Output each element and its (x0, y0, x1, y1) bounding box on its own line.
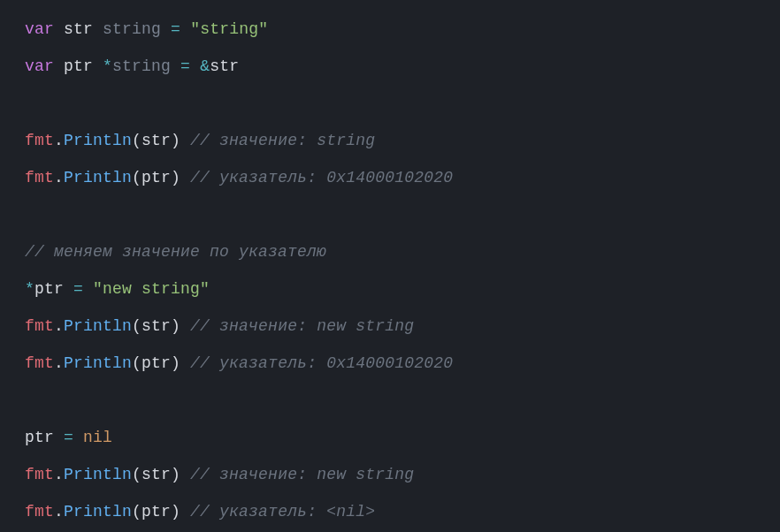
code-token: // меняем значение по указателю (25, 243, 326, 261)
code-line: fmt.Println(str) // значение: new string (25, 308, 755, 345)
code-token: "new string" (93, 280, 210, 298)
code-token: str (141, 466, 171, 483)
code-token: nil (83, 429, 112, 446)
code-token: fmt (25, 317, 54, 335)
code-token: var (25, 20, 54, 38)
code-line: var str string = "string" (25, 11, 755, 48)
code-token: ( (132, 169, 141, 186)
code-token: ( (132, 466, 141, 483)
code-token: . (54, 503, 64, 521)
code-token (190, 57, 200, 75)
code-token: fmt (25, 132, 54, 149)
code-block: var str string = "string"var ptr *string… (25, 11, 755, 530)
code-token (180, 169, 190, 186)
code-token: ptr (141, 503, 171, 521)
code-token: = (73, 280, 83, 298)
code-token: string (103, 20, 161, 38)
code-token: ptr (64, 57, 93, 75)
code-token (93, 57, 103, 75)
code-token: Println (64, 169, 132, 186)
code-line: ptr = nil (25, 419, 755, 456)
code-line (25, 196, 755, 233)
code-token: = (64, 429, 73, 446)
code-line: // меняем значение по указателю (25, 233, 755, 270)
code-line: *ptr = "new string" (25, 270, 755, 308)
code-token: & (200, 57, 210, 75)
code-token: Println (64, 466, 132, 483)
code-token (180, 132, 190, 149)
code-token: // значение: new string (190, 466, 414, 483)
code-token: * (103, 57, 112, 75)
code-token (180, 503, 190, 521)
code-token: ptr (141, 354, 171, 372)
code-token: ptr (25, 429, 54, 446)
code-token: // указатель: 0x14000102020 (190, 169, 453, 186)
code-token: ( (132, 354, 141, 372)
code-token: ) (171, 132, 180, 149)
code-token (83, 280, 93, 298)
code-token: // значение: new string (190, 317, 414, 335)
code-line (25, 382, 755, 419)
code-token: Println (64, 132, 132, 149)
code-token: "string" (190, 20, 268, 38)
code-token: fmt (25, 503, 54, 521)
code-line (25, 85, 755, 122)
code-token (54, 429, 64, 446)
code-token: fmt (25, 354, 54, 372)
code-token: Println (64, 317, 132, 335)
code-token: ) (171, 503, 180, 521)
code-token (180, 317, 190, 335)
code-token: = (171, 20, 180, 38)
code-token: = (180, 57, 190, 75)
code-token: . (54, 169, 64, 186)
code-token (54, 57, 64, 75)
code-token: ) (171, 317, 180, 335)
code-token: ptr (141, 169, 171, 186)
code-token (180, 466, 190, 483)
code-token: ) (171, 354, 180, 372)
code-token: fmt (25, 466, 54, 483)
code-token: // указатель: <nil> (190, 503, 375, 521)
code-token: * (25, 280, 34, 298)
code-token: str (64, 20, 93, 38)
code-token: ) (171, 466, 180, 483)
code-token (54, 20, 64, 38)
code-token (161, 20, 171, 38)
code-line: fmt.Println(ptr) // указатель: <nil> (25, 493, 755, 530)
code-token (73, 429, 83, 446)
code-token (64, 280, 73, 298)
code-token: Println (64, 503, 132, 521)
code-token: // значение: string (190, 132, 375, 149)
code-line: fmt.Println(ptr) // указатель: 0x1400010… (25, 345, 755, 382)
code-token: . (54, 354, 64, 372)
code-token: ptr (34, 280, 64, 298)
code-token (180, 20, 190, 38)
code-token: ( (132, 503, 141, 521)
code-token (93, 20, 103, 38)
code-token: fmt (25, 169, 54, 186)
code-token: string (112, 57, 171, 75)
code-token: Println (64, 354, 132, 372)
code-token: ( (132, 317, 141, 335)
code-token: ) (171, 169, 180, 186)
code-token: . (54, 466, 64, 483)
code-token: str (141, 317, 171, 335)
code-token: // указатель: 0x14000102020 (190, 354, 453, 372)
code-token (171, 57, 180, 75)
code-line: var ptr *string = &str (25, 48, 755, 85)
code-token: str (141, 132, 171, 149)
code-token: . (54, 132, 64, 149)
code-token (180, 354, 190, 372)
code-line: fmt.Println(str) // значение: string (25, 122, 755, 159)
code-line: fmt.Println(str) // значение: new string (25, 456, 755, 493)
code-token: str (210, 57, 239, 75)
code-line: fmt.Println(ptr) // указатель: 0x1400010… (25, 159, 755, 196)
code-token: ( (132, 132, 141, 149)
code-token: var (25, 57, 54, 75)
code-token: . (54, 317, 64, 335)
